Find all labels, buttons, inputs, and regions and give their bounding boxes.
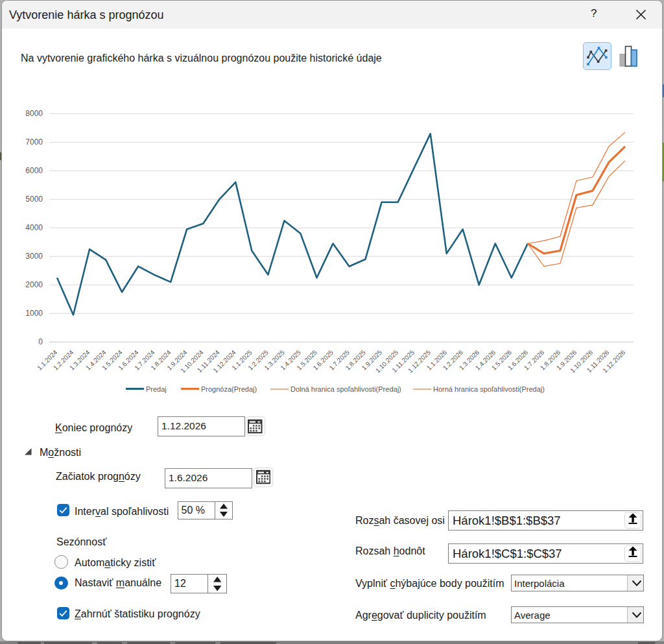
svg-text:Predaj: Predaj [146, 385, 167, 393]
svg-text:8000: 8000 [25, 109, 43, 118]
svg-text:Horná hranica spoľahlivosti(Pr: Horná hranica spoľahlivosti(Predaj) [433, 385, 545, 393]
svg-text:5000: 5000 [25, 195, 43, 204]
svg-text:0: 0 [38, 337, 43, 346]
svg-text:3000: 3000 [25, 252, 43, 261]
svg-text:7000: 7000 [25, 137, 43, 147]
svg-text:4000: 4000 [25, 223, 43, 232]
svg-text:1000: 1000 [25, 309, 43, 318]
svg-text:6000: 6000 [25, 166, 43, 175]
svg-text:Prognóza(Predaj): Prognóza(Predaj) [201, 385, 257, 393]
svg-text:2000: 2000 [25, 280, 43, 289]
svg-text:Dolná hranica spoľahlivosti(Pr: Dolná hranica spoľahlivosti(Predaj) [290, 385, 401, 393]
